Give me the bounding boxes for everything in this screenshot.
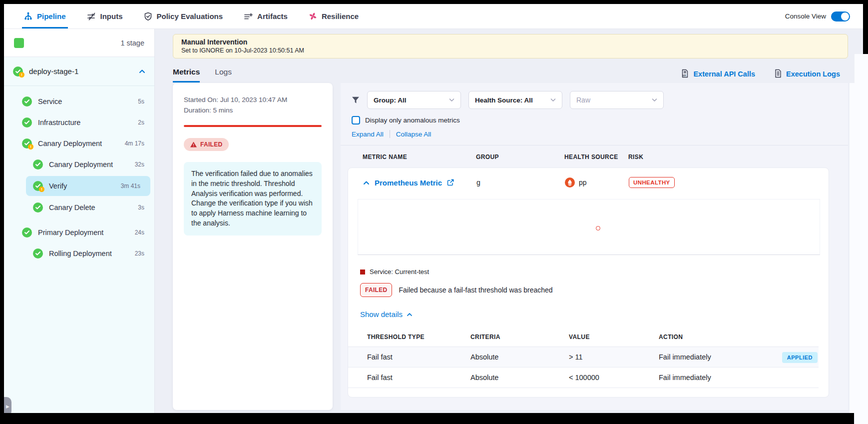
threshold-type: Fail fast	[367, 353, 470, 361]
metric-group-value: g	[476, 178, 565, 186]
console-view-toggle[interactable]	[831, 12, 850, 22]
raw-filter-select[interactable]: Raw	[570, 91, 664, 109]
external-link-icon[interactable]	[447, 179, 454, 186]
expand-all-link[interactable]: Expand All	[352, 130, 384, 138]
threshold-col-header-criteria: CRITERIA	[470, 334, 569, 340]
warning-success-icon: !	[33, 181, 43, 191]
verification-summary-card: Started On: Jul 10, 2023 10:47 AM Durati…	[173, 83, 333, 410]
metric-chart	[358, 199, 820, 255]
metric-col-header-risk: RISK	[628, 154, 829, 160]
sidebar-stage-deploy-stage-1[interactable]: ! deploy-stage-1	[4, 57, 154, 86]
threshold-table-header: THRESHOLD TYPECRITERIAVALUEACTION	[348, 334, 819, 347]
threshold-col-header-value: VALUE	[569, 334, 659, 340]
started-on-text: Started On: Jul 10, 2023 10:47 AM	[184, 95, 322, 106]
verification-description: The verification failed due to anomalies…	[184, 162, 322, 236]
nav-tab-policy-evaluations[interactable]: Policy Evaluations	[142, 4, 225, 28]
step-label: Service	[38, 98, 62, 106]
threshold-col-header-threshold-type: THRESHOLD TYPE	[367, 334, 470, 340]
step-duration: 5s	[138, 98, 144, 105]
nav-tab-pipeline[interactable]: Pipeline	[22, 4, 68, 28]
stage-count-label: 1 stage	[120, 39, 144, 47]
legend-label: Service: Current-test	[370, 268, 429, 276]
policy-evaluations-icon	[144, 12, 152, 21]
svg-text:API: API	[683, 74, 687, 77]
step-duration: 3s	[138, 204, 144, 211]
resilience-icon	[309, 12, 317, 20]
warning-success-icon: !	[22, 138, 32, 148]
metric-name-link[interactable]: Prometheus Metric	[375, 178, 442, 187]
anomalous-metrics-checkbox[interactable]	[352, 116, 360, 124]
failed-progress-bar	[184, 125, 322, 127]
scrollbar-track[interactable]	[849, 83, 863, 413]
success-icon	[33, 202, 43, 212]
chevron-down-icon	[449, 98, 454, 102]
applied-badge: APPLIED	[782, 352, 818, 363]
step-label: Verify	[49, 182, 67, 190]
sidebar-step-canary-deployment[interactable]: !Canary Deployment4m 17s	[4, 133, 154, 154]
nav-tab-resilience[interactable]: Resilience	[307, 4, 361, 28]
step-duration: 24s	[135, 229, 144, 236]
threshold-criteria: Absolute	[470, 353, 569, 361]
health-source-filter-select[interactable]: Health Source: All	[468, 91, 562, 109]
threshold-row: Fail fastAbsolute< 100000Fail immediatel…	[348, 368, 819, 388]
metric-name-cell: Prometheus Metric	[363, 178, 476, 187]
nav-tab-artifacts[interactable]: Artifacts	[242, 4, 290, 28]
duration-text: Duration: 5 mins	[184, 106, 322, 116]
show-details-link[interactable]: Show details	[360, 310, 413, 318]
pipeline-icon	[24, 12, 32, 20]
manual-intervention-banner: Manual Intervention Set to IGNORE on 10-…	[173, 34, 848, 58]
threshold-criteria: Absolute	[470, 374, 569, 382]
health-source-cell: pp	[565, 178, 629, 188]
nav-tab-inputs[interactable]: Inputs	[85, 4, 125, 28]
metric-col-header-group: GROUP	[476, 154, 564, 160]
sidebar-step-service[interactable]: Service5s	[4, 91, 154, 112]
external-api-calls-label: External API Calls	[693, 70, 755, 78]
log-document-icon	[774, 69, 782, 78]
metrics-logs-tabbar: Metrics Logs API External API Calls Exec…	[173, 66, 840, 82]
main-row: Started On: Jul 10, 2023 10:47 AM Durati…	[155, 83, 863, 410]
chevron-up-icon[interactable]	[139, 69, 145, 74]
artifacts-icon	[244, 12, 253, 20]
success-icon	[22, 96, 32, 106]
threshold-col-header-action: ACTION	[659, 334, 769, 340]
step-duration: 23s	[135, 250, 144, 257]
anomalous-metrics-checkbox-row[interactable]: Display only anomalous metrics	[352, 116, 848, 124]
collapse-all-link[interactable]: Collapse All	[396, 130, 432, 138]
step-label: Canary Delete	[49, 204, 95, 212]
chevron-up-icon[interactable]	[363, 180, 370, 185]
stage-name: deploy-stage-1	[29, 67, 78, 76]
sidebar-step-primary-deployment[interactable]: Primary Deployment24s	[4, 222, 154, 243]
group-filter-value: Group: All	[374, 96, 407, 104]
stage-sidebar: 1 stage ! deploy-stage-1 Service5sInfras…	[4, 29, 155, 413]
sidebar-collapse-handle[interactable]: ▶	[4, 397, 11, 413]
metric-col-header-metric-name: METRIC NAME	[363, 154, 476, 160]
tab-metrics[interactable]: Metrics	[173, 68, 200, 82]
console-view-label: Console View	[785, 12, 826, 20]
sidebar-step-canary-deployment[interactable]: Canary Deployment32s	[4, 154, 154, 175]
sidebar-step-verify[interactable]: !Verify3m 41s	[26, 176, 150, 196]
prometheus-icon	[565, 178, 575, 188]
anomalous-data-point[interactable]	[596, 226, 600, 230]
execution-logs-link[interactable]: Execution Logs	[774, 69, 840, 78]
chevron-down-icon	[550, 98, 556, 102]
health-source-filter-value: Health Source: All	[475, 96, 533, 104]
external-api-calls-link[interactable]: API External API Calls	[681, 69, 755, 78]
group-filter-select[interactable]: Group: All	[367, 91, 461, 109]
content-area: Manual Intervention Set to IGNORE on 10-…	[155, 29, 863, 413]
app-window: PipelineInputsPolicy EvaluationsArtifact…	[4, 4, 863, 413]
step-label: Primary Deployment	[38, 228, 103, 236]
execution-logs-label: Execution Logs	[786, 70, 840, 78]
threshold-table-body: Fail fastAbsolute> 11Fail immediatelyAPP…	[348, 347, 829, 388]
metric-row-prometheus: Prometheus Metric g pp UNHEALTHY	[348, 168, 829, 197]
sidebar-step-canary-delete[interactable]: Canary Delete3s	[4, 197, 154, 218]
nav-tabs: PipelineInputsPolicy EvaluationsArtifact…	[22, 4, 378, 28]
legend-swatch-icon	[360, 270, 365, 274]
metrics-panel: Group: All Health Source: All Raw Displa…	[341, 83, 848, 410]
show-details-label: Show details	[360, 310, 403, 318]
tab-logs[interactable]: Logs	[215, 68, 232, 82]
sidebar-step-rolling-deployment[interactable]: Rolling Deployment23s	[4, 243, 154, 264]
filter-funnel-icon	[352, 96, 360, 104]
stage-status-square-icon	[14, 38, 24, 48]
sidebar-step-infrastructure[interactable]: Infrastructure2s	[4, 112, 154, 133]
success-icon	[22, 118, 32, 128]
